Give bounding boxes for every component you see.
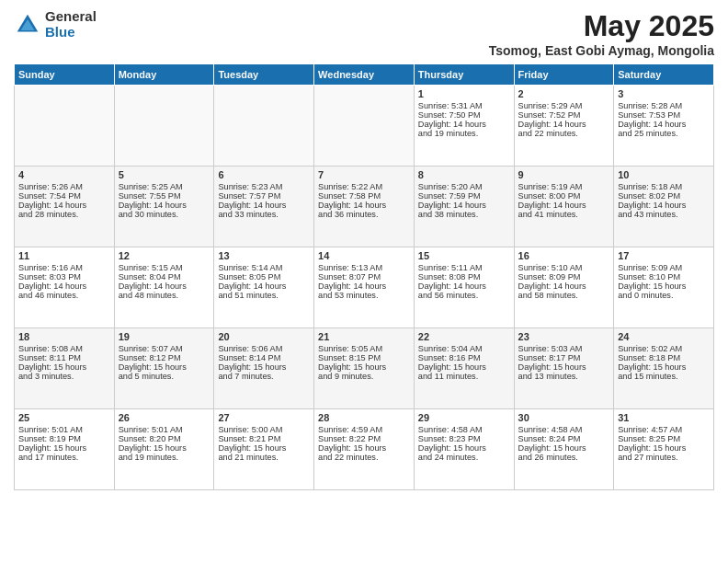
day-info-line: and 26 minutes. <box>518 453 610 462</box>
day-info-line: Sunset: 8:16 PM <box>418 353 510 362</box>
col-thursday: Thursday <box>414 64 514 86</box>
day-info-line: and 24 minutes. <box>418 453 510 462</box>
day-info-line: Sunset: 8:03 PM <box>18 272 110 282</box>
day-info-line: Daylight: 14 hours <box>318 201 410 210</box>
day-cell: 23Sunrise: 5:03 AMSunset: 8:17 PMDayligh… <box>514 328 614 409</box>
day-info-line: Daylight: 15 hours <box>119 443 210 453</box>
day-info-line: Sunrise: 5:14 AM <box>218 263 310 272</box>
day-number: 21 <box>318 331 410 342</box>
day-number: 25 <box>18 412 110 423</box>
day-info-line: and 25 minutes. <box>618 129 710 138</box>
day-cell: 11Sunrise: 5:16 AMSunset: 8:03 PMDayligh… <box>15 247 115 328</box>
day-info-line: Sunrise: 5:22 AM <box>318 182 410 191</box>
day-info-line: Daylight: 14 hours <box>618 120 710 129</box>
week-row-5: 25Sunrise: 5:01 AMSunset: 8:19 PMDayligh… <box>15 409 714 490</box>
day-number: 1 <box>418 88 510 99</box>
day-info-line: Daylight: 15 hours <box>618 362 710 372</box>
day-info-line: Sunset: 8:19 PM <box>18 434 110 443</box>
day-cell: 16Sunrise: 5:10 AMSunset: 8:09 PMDayligh… <box>514 247 614 328</box>
day-cell: 8Sunrise: 5:20 AMSunset: 7:59 PMDaylight… <box>414 167 514 247</box>
day-cell: 29Sunrise: 4:58 AMSunset: 8:23 PMDayligh… <box>414 409 514 490</box>
header: General Blue May 2025 Tsomog, East Gobi … <box>14 9 714 58</box>
day-info-line: Daylight: 15 hours <box>418 443 510 453</box>
day-info-line: Sunset: 8:00 PM <box>518 191 610 201</box>
day-info-line: Sunset: 7:58 PM <box>318 191 410 201</box>
day-info-line: Sunrise: 5:26 AM <box>18 182 110 191</box>
logo-blue: Blue <box>45 25 97 40</box>
day-number: 2 <box>518 88 610 99</box>
day-info-line: and 43 minutes. <box>618 210 710 219</box>
day-cell <box>314 86 415 167</box>
day-number: 26 <box>119 412 210 423</box>
col-monday: Monday <box>114 64 214 86</box>
day-cell: 7Sunrise: 5:22 AMSunset: 7:58 PMDaylight… <box>314 167 415 247</box>
day-info-line: Daylight: 14 hours <box>218 282 310 291</box>
logo-general: General <box>45 9 97 25</box>
day-number: 8 <box>418 169 510 180</box>
day-number: 31 <box>618 412 710 423</box>
day-info-line: Sunset: 7:55 PM <box>119 191 210 201</box>
day-info-line: Sunset: 8:18 PM <box>618 353 710 362</box>
day-cell: 15Sunrise: 5:11 AMSunset: 8:08 PMDayligh… <box>414 247 514 328</box>
day-cell: 26Sunrise: 5:01 AMSunset: 8:20 PMDayligh… <box>114 409 214 490</box>
day-number: 20 <box>218 331 310 342</box>
day-number: 11 <box>18 250 110 261</box>
day-cell: 12Sunrise: 5:15 AMSunset: 8:04 PMDayligh… <box>114 247 214 328</box>
day-info-line: Sunset: 7:59 PM <box>418 191 510 201</box>
day-info-line: Sunrise: 5:20 AM <box>418 182 510 191</box>
day-info-line: Sunset: 7:52 PM <box>518 110 610 120</box>
day-info-line: Daylight: 15 hours <box>618 282 710 291</box>
day-info-line: Sunrise: 5:08 AM <box>18 344 110 353</box>
day-info-line: Daylight: 14 hours <box>119 201 210 210</box>
day-number: 10 <box>618 169 710 180</box>
day-info-line: Sunrise: 5:15 AM <box>119 263 210 272</box>
day-info-line: and 30 minutes. <box>119 210 210 219</box>
day-cell: 25Sunrise: 5:01 AMSunset: 8:19 PMDayligh… <box>15 409 115 490</box>
day-info-line: Sunset: 8:07 PM <box>318 272 410 282</box>
day-info-line: Sunrise: 5:28 AM <box>618 101 710 110</box>
location-subtitle: Tsomog, East Gobi Aymag, Mongolia <box>489 43 714 58</box>
day-info-line: and 11 minutes. <box>418 372 510 381</box>
day-number: 3 <box>618 88 710 99</box>
day-info-line: Daylight: 15 hours <box>518 362 610 372</box>
col-tuesday: Tuesday <box>214 64 314 86</box>
calendar-table: Sunday Monday Tuesday Wednesday Thursday… <box>14 63 714 490</box>
day-info-line: Sunset: 8:22 PM <box>318 434 410 443</box>
day-info-line: Sunrise: 4:59 AM <box>318 425 410 434</box>
day-cell: 27Sunrise: 5:00 AMSunset: 8:21 PMDayligh… <box>214 409 314 490</box>
header-row: Sunday Monday Tuesday Wednesday Thursday… <box>15 64 714 86</box>
day-info-line: Sunrise: 5:11 AM <box>418 263 510 272</box>
day-info-line: Daylight: 15 hours <box>318 362 410 372</box>
day-cell: 10Sunrise: 5:18 AMSunset: 8:02 PMDayligh… <box>614 167 714 247</box>
day-info-line: Daylight: 14 hours <box>18 282 110 291</box>
day-info-line: Sunrise: 5:01 AM <box>18 425 110 434</box>
day-cell: 1Sunrise: 5:31 AMSunset: 7:50 PMDaylight… <box>414 86 514 167</box>
day-info-line: Daylight: 14 hours <box>418 282 510 291</box>
day-cell: 22Sunrise: 5:04 AMSunset: 8:16 PMDayligh… <box>414 328 514 409</box>
day-info-line: Daylight: 14 hours <box>418 120 510 129</box>
day-cell: 19Sunrise: 5:07 AMSunset: 8:12 PMDayligh… <box>114 328 214 409</box>
day-info-line: and 17 minutes. <box>18 453 110 462</box>
col-saturday: Saturday <box>614 64 714 86</box>
day-info-line: Daylight: 14 hours <box>218 201 310 210</box>
day-info-line: and 53 minutes. <box>318 291 410 300</box>
day-info-line: and 19 minutes. <box>418 129 510 138</box>
day-cell: 30Sunrise: 4:58 AMSunset: 8:24 PMDayligh… <box>514 409 614 490</box>
day-info-line: Daylight: 15 hours <box>418 362 510 372</box>
day-info-line: and 27 minutes. <box>618 453 710 462</box>
day-info-line: Sunset: 8:15 PM <box>318 353 410 362</box>
day-info-line: Sunset: 8:04 PM <box>119 272 210 282</box>
day-info-line: Sunrise: 5:25 AM <box>119 182 210 191</box>
day-number: 23 <box>518 331 610 342</box>
day-info-line: Sunrise: 5:16 AM <box>18 263 110 272</box>
day-info-line: Sunset: 8:23 PM <box>418 434 510 443</box>
logo-icon <box>14 11 41 39</box>
page: General Blue May 2025 Tsomog, East Gobi … <box>0 0 728 500</box>
day-number: 28 <box>318 412 410 423</box>
day-info-line: Sunrise: 4:58 AM <box>518 425 610 434</box>
day-info-line: and 0 minutes. <box>618 291 710 300</box>
day-cell: 6Sunrise: 5:23 AMSunset: 7:57 PMDaylight… <box>214 167 314 247</box>
day-info-line: Sunrise: 5:13 AM <box>318 263 410 272</box>
col-friday: Friday <box>514 64 614 86</box>
day-info-line: and 46 minutes. <box>18 291 110 300</box>
